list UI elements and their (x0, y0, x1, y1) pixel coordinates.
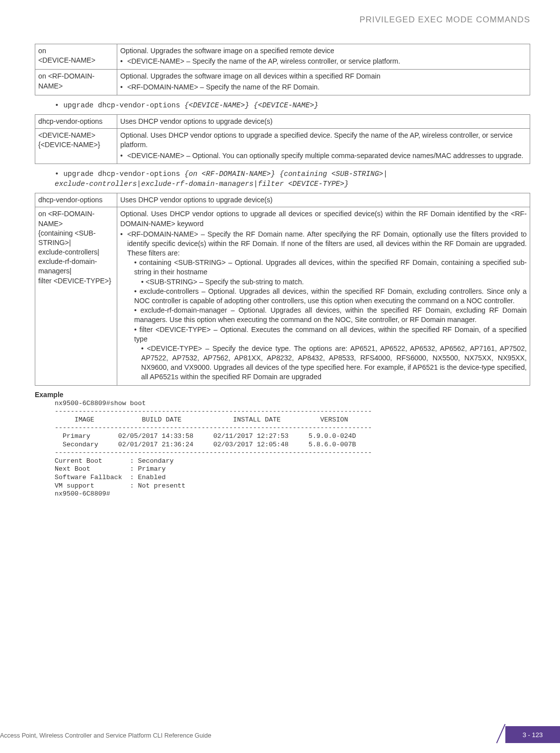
list-item: • <SUB-STRING> – Specify the sub-string … (134, 277, 527, 287)
text: <DEVICE-TYPE> – Specify the device type.… (141, 344, 527, 381)
text: Uses DHCP vendor options to upgrade devi… (120, 117, 273, 125)
list-item: • exclude-controllers – Optional. Upgrad… (134, 287, 527, 306)
table-row: dhcp-vendor-options Uses DHCP vendor opt… (35, 114, 530, 128)
text: <RF-DOMAIN-NAME> – Specify the name of t… (127, 83, 320, 91)
param-name-cell: <DEVICE-NAME> {<DEVICE-NAME>} (35, 129, 117, 164)
param-name-cell: on <RF-DOMAIN-NAME> (35, 70, 117, 95)
table-row: <DEVICE-NAME> {<DEVICE-NAME>} Optional. … (35, 129, 530, 164)
footer-guide-title: Access Point, Wireless Controller and Se… (0, 732, 211, 739)
command-syntax: • upgrade dhcp-vendor-options {on <RF-DO… (55, 169, 530, 189)
list-item: • <DEVICE-TYPE> – Specify the device typ… (134, 344, 527, 382)
param-name-cell: dhcp-vendor-options (35, 114, 117, 128)
text: <DEVICE-NAME> – Specify the name of the … (127, 57, 400, 65)
list-item: <RF-DOMAIN-NAME> – Specify the RF Domain… (120, 230, 527, 382)
param-name-cell: dhcp-vendor-options (35, 193, 117, 207)
text: Optional. Upgrades the software image on… (120, 46, 527, 56)
text: on <RF-DOMAIN-NAME> {containing <SUB-STR… (38, 210, 111, 284)
text: • upgrade dhcp-vendor-options (55, 101, 184, 109)
text: exclude-rf-domain-manager – Optional. Up… (134, 306, 527, 324)
text: filter <DEVICE-TYPE> – Optional. Execute… (134, 326, 527, 343)
text: exclude-controllers – Optional. Upgrades… (134, 287, 527, 305)
text: Optional. Uses DHCP vendor options to up… (120, 131, 527, 150)
param-desc-cell: Optional. Upgrades the software image on… (117, 70, 530, 95)
text: on <RF-DOMAIN-NAME> (38, 72, 94, 89)
param-desc-cell: Optional. Uses DHCP vendor options to up… (117, 207, 530, 385)
list-item: <DEVICE-NAME> – Specify the name of the … (120, 57, 527, 66)
table-row: dhcp-vendor-options Uses DHCP vendor opt… (35, 193, 530, 207)
footer-page-box: 3 - 123 (490, 726, 560, 743)
text: {<DEVICE-NAME>} {<DEVICE-NAME>} (184, 101, 319, 109)
param-table-2: dhcp-vendor-options Uses DHCP vendor opt… (35, 114, 530, 164)
list-item: • exclude-rf-domain-manager – Optional. … (134, 306, 527, 325)
list-item: • filter <DEVICE-TYPE> – Optional. Execu… (134, 325, 527, 344)
param-desc-cell: Optional. Upgrades the software image on… (117, 44, 530, 70)
text: Uses DHCP vendor options to upgrade devi… (120, 196, 273, 204)
text: on <DEVICE-NAME> (38, 47, 95, 64)
text: <DEVICE-NAME> {<DEVICE-NAME>} (38, 131, 100, 149)
param-desc-cell: Uses DHCP vendor options to upgrade devi… (117, 193, 530, 207)
list-item: • containing <SUB-STRING> – Optional. Up… (134, 258, 527, 277)
param-table-1: on <DEVICE-NAME> Optional. Upgrades the … (35, 44, 530, 95)
page-footer: Access Point, Wireless Controller and Se… (0, 723, 560, 743)
table-row: on <DEVICE-NAME> Optional. Upgrades the … (35, 44, 530, 70)
page-number: 3 - 123 (505, 726, 560, 743)
text: • upgrade dhcp-vendor-options (55, 170, 184, 178)
list-item: <DEVICE-NAME> – Optional. You can option… (120, 151, 527, 161)
command-syntax: • upgrade dhcp-vendor-options {<DEVICE-N… (55, 100, 530, 110)
text: Optional. Uses DHCP vendor options to up… (120, 209, 527, 228)
text: <RF-DOMAIN-NAME> – Specify the RF Domain… (127, 230, 527, 257)
text: containing <SUB-STRING> – Optional. Upgr… (134, 258, 527, 276)
param-desc-cell: Optional. Uses DHCP vendor options to up… (117, 129, 530, 164)
text: <SUB-STRING> – Specify the sub-string to… (146, 278, 304, 286)
list-item: <RF-DOMAIN-NAME> – Specify the name of t… (120, 83, 527, 92)
param-desc-cell: Uses DHCP vendor options to upgrade devi… (117, 114, 530, 128)
param-name-cell: on <DEVICE-NAME> (35, 44, 117, 70)
text: dhcp-vendor-options (38, 196, 102, 204)
example-heading: Example (35, 391, 530, 399)
param-table-3: dhcp-vendor-options Uses DHCP vendor opt… (35, 193, 530, 385)
page-header: PRIVILEGED EXEC MODE COMMANDS (35, 15, 530, 25)
terminal-output: nx9500-6C8809#show boot ----------------… (55, 400, 530, 499)
text: dhcp-vendor-options (38, 117, 102, 125)
text: <DEVICE-NAME> – Optional. You can option… (127, 152, 523, 160)
table-row: on <RF-DOMAIN-NAME> Optional. Upgrades t… (35, 70, 530, 95)
text: Optional. Upgrades the software image on… (120, 72, 527, 81)
table-row: on <RF-DOMAIN-NAME> {containing <SUB-STR… (35, 207, 530, 385)
param-name-cell: on <RF-DOMAIN-NAME> {containing <SUB-STR… (35, 207, 117, 385)
